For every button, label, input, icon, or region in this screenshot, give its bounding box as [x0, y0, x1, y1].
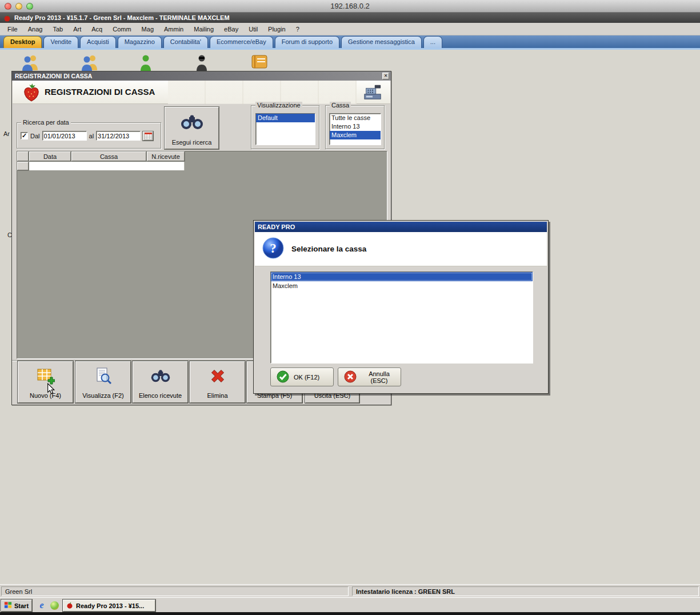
empty-table-row[interactable]	[29, 162, 185, 170]
header-toolbar-segments	[168, 81, 357, 104]
elimina-button[interactable]: Elimina	[190, 361, 245, 403]
app-logo-apple-icon	[3, 14, 11, 22]
statusbar: Green Srl Intestatario licenza : GREEN S…	[0, 584, 700, 597]
tab-contabilita[interactable]: Contabilita'	[163, 36, 208, 48]
menu-mag[interactable]: Mag	[137, 24, 159, 34]
desktop-icon-people-pair-2[interactable]	[80, 54, 99, 71]
list-item[interactable]: Default	[256, 114, 315, 122]
esegui-ricerca-button[interactable]: Esegui ricerca	[165, 107, 219, 149]
tab-desktop[interactable]: Desktop	[3, 36, 42, 48]
dal-checkbox[interactable]	[21, 132, 28, 139]
desktop-label-fragment-1: Ar	[3, 130, 10, 137]
app-title: Ready Pro 2013 - ¥15.1.7 - Green Srl - M…	[14, 14, 230, 21]
tab-vendite[interactable]: Vendite	[43, 36, 78, 48]
start-button[interactable]: Start	[1, 600, 32, 612]
taskbar-readypro-button[interactable]: Ready Pro 2013 - ¥15...	[63, 600, 155, 612]
list-item[interactable]: Maxclem	[330, 131, 381, 139]
tab-acquisti[interactable]: Acquisti	[80, 36, 116, 48]
binoculars-icon	[180, 108, 204, 137]
status-license: Intestatario licenza : GREEN SRL	[356, 588, 455, 595]
dal-label: Dal	[30, 133, 40, 139]
window-titlebar[interactable]: REGISTRAZIONI DI CASSA	[12, 71, 391, 81]
menu-acq[interactable]: Acq	[86, 24, 107, 34]
cassa-listbox[interactable]: Tutte le casse Interno 13 Maxclem	[329, 113, 381, 145]
menubar: File Anag Tab Art Acq Comm Mag Ammin Mai…	[0, 23, 700, 35]
ok-label: OK (F12)	[294, 374, 319, 381]
menu-help[interactable]: ?	[291, 24, 305, 34]
ok-button[interactable]: OK (F12)	[270, 368, 334, 386]
elenco-ricevute-button[interactable]: Elenco ricevute	[133, 361, 188, 403]
desktop-icon-people-pair-1[interactable]	[21, 54, 40, 71]
menu-file[interactable]: File	[2, 24, 23, 34]
calendar-picker-button[interactable]	[143, 131, 153, 141]
date-to-input[interactable]	[96, 131, 141, 141]
list-item[interactable]: Tutte le casse	[330, 114, 381, 122]
nuovo-label: Nuovo (F4)	[30, 392, 61, 399]
internet-explorer-icon[interactable]: e	[37, 600, 47, 610]
windows-flag-icon	[4, 601, 12, 610]
quick-launch-sphere-icon[interactable]	[49, 600, 59, 610]
app-titlebar[interactable]: Ready Pro 2013 - ¥15.1.7 - Green Srl - M…	[0, 13, 700, 23]
tab-forum-di-supporto[interactable]: Forum di supporto	[275, 36, 339, 48]
status-company: Green Srl	[5, 588, 32, 595]
list-item[interactable]: Interno 13	[330, 122, 381, 131]
menu-util[interactable]: Util	[243, 24, 263, 34]
window-close-button[interactable]	[382, 73, 389, 79]
column-header-nricevute[interactable]: N.ricevute	[147, 151, 185, 161]
visualizzazione-label: Visualizzazione	[255, 102, 302, 109]
dialog-message-zone: ? Selezionare la cassa	[255, 232, 547, 266]
ready-pro-dialog: READY PRO ? Selezionare la cassa Interno…	[253, 220, 549, 394]
remote-screen: 192.168.0.2 Ready Pro 2013 - ¥15.1.7 - G…	[0, 0, 700, 615]
menu-art[interactable]: Art	[68, 24, 86, 34]
dialog-cassa-listbox[interactable]: Interno 13 Maxclem	[270, 271, 533, 364]
main-tabbar: Desktop Vendite Acquisti Magazzino Conta…	[0, 35, 700, 50]
red-cancel-icon	[344, 370, 357, 384]
visualizzazione-listbox[interactable]: Default	[255, 113, 315, 145]
desktop-icon-person-green[interactable]	[137, 54, 157, 71]
nuovo-button[interactable]: Nuovo (F4)	[18, 361, 73, 403]
desktop-icon-person-dark[interactable]	[193, 54, 213, 71]
menu-plugin[interactable]: Plugin	[263, 24, 291, 34]
menu-comm[interactable]: Comm	[107, 24, 136, 34]
svg-text:?: ?	[270, 241, 277, 255]
remote-titlebar: 192.168.0.2	[0, 0, 700, 13]
dialog-title: READY PRO	[258, 223, 295, 230]
ricerca-per-data-group: Ricerca per data Dal al	[17, 122, 161, 149]
list-item[interactable]: Maxclem	[271, 281, 533, 290]
elenco-ricevute-label: Elenco ricevute	[139, 392, 182, 399]
visualizza-label: Visualizza (F2)	[82, 392, 124, 399]
window-header-title: REGISTRAZIONI DI CASSA	[45, 87, 155, 97]
menu-anag[interactable]: Anag	[23, 24, 48, 34]
mouse-cursor	[47, 383, 55, 396]
status-license-panel: Intestatario licenza : GREEN SRL	[352, 586, 699, 596]
tab-gestione-messaggistica[interactable]: Gestione messaggistica	[341, 36, 422, 48]
cassa-group: Cassa Tutte le casse Interno 13 Maxclem	[325, 105, 385, 149]
desktop-icon-address-book[interactable]	[250, 54, 270, 71]
visualizza-button[interactable]: Visualizza (F2)	[75, 361, 131, 403]
strawberry-icon	[22, 83, 41, 103]
tab-more[interactable]: ...	[423, 36, 442, 48]
menu-tab[interactable]: Tab	[47, 24, 68, 34]
menu-mailing[interactable]: Mailing	[189, 24, 219, 34]
annulla-button[interactable]: Annulla (ESC)	[338, 368, 401, 386]
dialog-message: Selezionare la cassa	[291, 245, 366, 253]
tab-ecommerce-ebay[interactable]: Ecommerce/eBay	[210, 36, 273, 48]
date-from-input[interactable]	[42, 131, 87, 141]
al-label: al	[89, 133, 94, 139]
ricerca-per-data-label: Ricerca per data	[21, 119, 71, 126]
elimina-label: Elimina	[207, 392, 227, 399]
tab-magazzino[interactable]: Magazzino	[118, 36, 162, 48]
window-header: REGISTRAZIONI DI CASSA	[13, 81, 390, 104]
list-item[interactable]: Interno 13	[271, 272, 533, 281]
column-header-rowselector[interactable]	[17, 151, 29, 161]
dialog-titlebar[interactable]: READY PRO	[255, 222, 547, 232]
menu-ebay[interactable]: eBay	[219, 24, 243, 34]
visualizzazione-group: Visualizzazione Default	[251, 105, 319, 149]
column-header-data[interactable]: Data	[29, 151, 71, 161]
question-icon: ?	[262, 237, 285, 261]
taskbar-button-label: Ready Pro 2013 - ¥15...	[76, 602, 144, 609]
annulla-label: Annulla (ESC)	[361, 370, 397, 384]
window-title: REGISTRAZIONI DI CASSA	[12, 73, 382, 79]
column-header-cassa[interactable]: Cassa	[71, 151, 146, 161]
menu-ammin[interactable]: Ammin	[159, 24, 189, 34]
